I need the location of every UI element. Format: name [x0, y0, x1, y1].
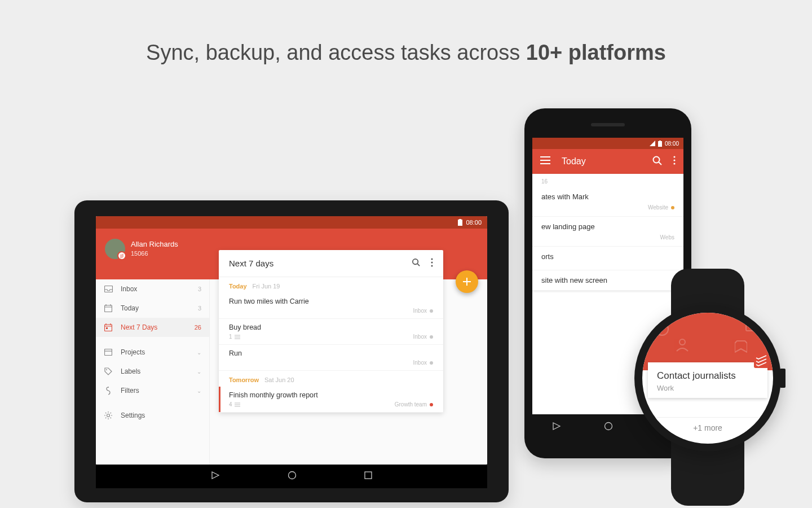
phone-task-row[interactable]: orts — [532, 247, 683, 270]
search-icon[interactable] — [652, 156, 662, 168]
nav-home-icon[interactable] — [604, 422, 613, 433]
task-project: Growth team — [395, 401, 433, 408]
headline-strong: 10+ platforms — [526, 41, 666, 64]
project-dot-icon — [430, 403, 433, 406]
phone-task-row[interactable]: ew landing page Webs — [532, 217, 683, 247]
svg-rect-12 — [458, 220, 462, 226]
todoist-badge-icon — [117, 251, 126, 260]
nav-home-icon[interactable] — [288, 471, 297, 482]
nav-back-icon[interactable] — [552, 422, 561, 433]
gear-icon — [104, 411, 113, 420]
sidebar-count: 3 — [198, 286, 201, 292]
sidebar-item-projects[interactable]: Projects ⌄ — [96, 343, 209, 362]
project-label: Inbox — [413, 360, 427, 366]
filter-icon — [104, 386, 113, 395]
svg-rect-28 — [365, 472, 372, 479]
watch-crown — [780, 369, 785, 388]
task-row[interactable]: Run two miles with Carrie Inbox — [219, 293, 443, 319]
task-row[interactable]: Finish monthly growth report 4 Growth te… — [219, 387, 443, 413]
more-icon[interactable] — [431, 258, 433, 269]
svg-point-4 — [673, 159, 675, 161]
doodle-tag-icon — [735, 340, 747, 354]
svg-rect-19 — [104, 286, 112, 292]
tablet-navbar — [96, 465, 487, 488]
tablet-device: 08:00 Allan Richards 15066 Next 7 days — [74, 200, 509, 502]
watch-more-label: +1 more — [693, 423, 722, 432]
day-name: Tomorrow — [229, 376, 259, 383]
phone-statusbar: 08:00 — [532, 138, 683, 149]
calendar-week-icon — [104, 323, 113, 332]
phone-task-row[interactable]: site with new screen — [532, 270, 683, 291]
card-title: Next 7 days — [229, 259, 412, 268]
task-project: Inbox — [413, 308, 433, 314]
day-date: Fri Jun 19 — [253, 283, 280, 290]
day-header: Today Fri Jun 19 — [219, 277, 443, 293]
sidebar-item-inbox[interactable]: Inbox 3 — [96, 279, 209, 299]
project-dot-icon — [430, 335, 433, 339]
sidebar-count: 3 — [198, 305, 201, 312]
inbox-icon — [104, 284, 113, 294]
task-row[interactable]: Buy bread 1 Inbox — [219, 319, 443, 345]
svg-rect-21 — [105, 325, 112, 331]
svg-point-14 — [118, 252, 125, 259]
svg-rect-9 — [746, 319, 762, 331]
card-header: Next 7 days — [219, 250, 443, 277]
next7days-card: Next 7 days Today Fri Jun 19 Run two mil… — [219, 250, 443, 413]
more-icon[interactable] — [673, 156, 676, 167]
phone-task-row[interactable]: ates with Mark Website — [532, 187, 683, 217]
sidebar-label: Settings — [121, 411, 145, 419]
tablet-sidebar: Inbox 3 Today 3 Next 7 Days 26 — [96, 279, 210, 465]
todoist-logo-icon — [754, 353, 769, 368]
search-icon[interactable] — [412, 258, 421, 269]
plus-icon — [462, 277, 471, 286]
phone-title: Today — [562, 156, 641, 167]
user-karma: 15066 — [131, 250, 148, 257]
task-row[interactable]: Run Inbox — [219, 345, 443, 371]
menu-icon[interactable] — [540, 156, 550, 167]
task-title: Run two miles with Carrie — [229, 297, 433, 305]
task-title: ates with Mark — [541, 192, 674, 201]
subtask-number: 1 — [229, 334, 232, 340]
sidebar-item-labels[interactable]: Labels ⌄ — [96, 362, 209, 381]
headline-prefix: Sync, backup, and access tasks across — [146, 41, 526, 64]
sidebar-item-next7days[interactable]: Next 7 Days 26 — [96, 318, 209, 337]
sidebar-label: Today — [121, 304, 139, 312]
subtask-number: 4 — [229, 401, 232, 408]
sidebar-label: Inbox — [121, 285, 137, 293]
task-title: Buy bread — [229, 323, 433, 331]
svg-rect-22 — [106, 327, 108, 329]
calendar-icon — [104, 304, 113, 313]
battery-icon — [458, 219, 462, 226]
sidebar-label: Projects — [121, 348, 145, 356]
watch-task-card[interactable]: Contact journalists Work — [648, 362, 767, 398]
nav-recent-icon[interactable] — [364, 471, 372, 481]
svg-point-2 — [654, 156, 660, 163]
svg-rect-13 — [459, 219, 461, 220]
project-label: Webs — [660, 234, 674, 240]
add-task-fab[interactable] — [456, 270, 478, 293]
svg-point-27 — [289, 472, 296, 479]
svg-point-25 — [108, 387, 109, 388]
subtask-count: 4 — [229, 401, 240, 408]
svg-rect-23 — [105, 349, 112, 356]
phone-day-label: 16 — [532, 174, 683, 187]
watch-more-button[interactable]: +1 more — [642, 417, 773, 438]
project-label: Inbox — [413, 308, 427, 314]
doodle-mail-icon — [745, 318, 763, 332]
project-label: Inbox — [413, 334, 427, 340]
phone-task-card: 16 ates with Mark Website ew landing pag… — [532, 174, 683, 291]
svg-rect-0 — [658, 141, 662, 147]
nav-back-icon[interactable] — [211, 471, 220, 482]
sidebar-item-today[interactable]: Today 3 — [96, 299, 209, 318]
svg-point-18 — [431, 265, 433, 266]
svg-point-16 — [431, 258, 433, 260]
watch-project-label: Work — [657, 384, 758, 392]
svg-point-10 — [679, 339, 685, 345]
phone-appbar: Today — [532, 149, 683, 174]
subtask-count: 1 — [229, 334, 240, 340]
svg-point-6 — [605, 423, 612, 430]
sidebar-item-settings[interactable]: Settings — [96, 406, 209, 425]
sidebar-item-filters[interactable]: Filters ⌄ — [96, 381, 209, 400]
sidebar-label: Filters — [121, 387, 139, 395]
task-title: Finish monthly growth report — [229, 391, 433, 399]
